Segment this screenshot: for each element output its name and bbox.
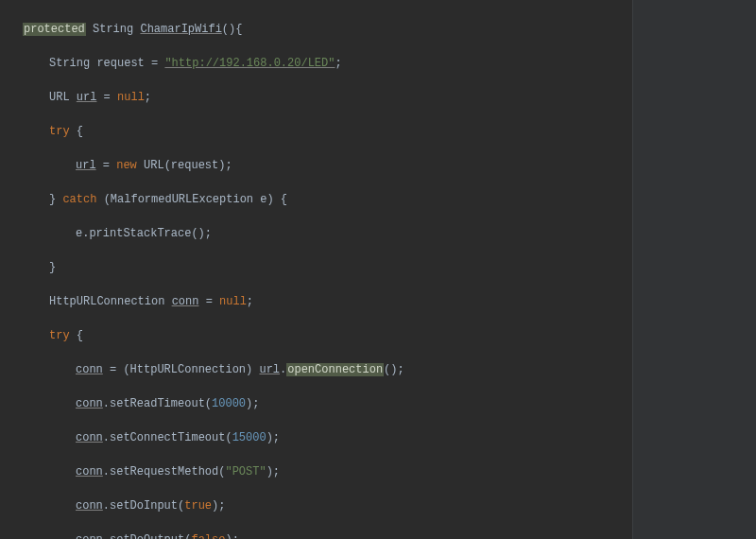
code-line: url = new URL(request);	[23, 157, 632, 174]
code-line: HttpURLConnection conn = null;	[23, 293, 632, 310]
keyword-protected: protected	[23, 23, 86, 36]
code-line: conn.setReadTimeout(10000);	[23, 395, 632, 412]
code-line: }	[23, 259, 632, 276]
code-line: String request = "http://192.168.0.20/LE…	[23, 55, 632, 72]
code-line: conn.setConnectTimeout(15000);	[23, 429, 632, 446]
code-line: } catch (MalformedURLException e) {	[23, 191, 632, 208]
code-line: try {	[23, 327, 632, 344]
code-line: conn = (HttpURLConnection) url.openConne…	[23, 361, 632, 378]
code-editor[interactable]: protected String ChamarIpWifi(){ String …	[0, 0, 633, 539]
code-line: e.printStackTrace();	[23, 225, 632, 242]
code-line: conn.setDoInput(true);	[23, 497, 632, 514]
code-line: conn.setDoOutput(false);	[23, 531, 632, 539]
right-gutter	[633, 0, 756, 539]
code-line: URL url = null;	[23, 89, 632, 106]
code-line: try {	[23, 123, 632, 140]
code-line: conn.setRequestMethod("POST");	[23, 463, 632, 480]
code-line: protected String ChamarIpWifi(){	[23, 21, 632, 38]
